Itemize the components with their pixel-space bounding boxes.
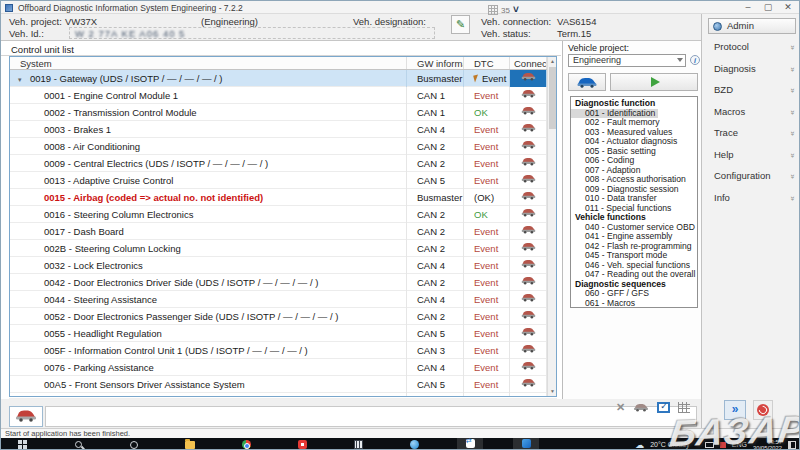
start-diagnosis-button[interactable] bbox=[610, 73, 698, 91]
double-chevron-icon[interactable]: » bbox=[785, 45, 798, 49]
connection-cell[interactable] bbox=[510, 104, 547, 121]
file-explorer-button[interactable] bbox=[177, 438, 203, 450]
column-header-gw-information[interactable]: GW information bbox=[407, 57, 464, 69]
connection-cell[interactable] bbox=[510, 223, 547, 240]
control-unit-list-tab[interactable]: Control unit list bbox=[11, 44, 74, 55]
odis-taskbar-button[interactable] bbox=[513, 438, 539, 450]
overlay-toolbar[interactable]: 35 ˅ bbox=[488, 3, 519, 17]
table-row[interactable]: 0055 - Headlight Regulation CAN 5 Event bbox=[10, 325, 556, 342]
vehicle-tab[interactable] bbox=[9, 406, 43, 427]
clock[interactable]: 13:57 30/05/2022 bbox=[753, 439, 782, 450]
maximize-button[interactable]: ▢ bbox=[759, 1, 777, 13]
bars-app-button[interactable] bbox=[345, 438, 371, 450]
table-row[interactable]: 0076 - Parking Assistance CAN 4 Event bbox=[10, 359, 556, 376]
garage-button[interactable] bbox=[568, 73, 606, 91]
table-row[interactable]: 002B - Steering Column Locking CAN 2 Eve… bbox=[10, 240, 556, 257]
table-row[interactable]: 0008 - Air Conditioning CAN 2 Event bbox=[10, 138, 556, 155]
connection-cell[interactable] bbox=[510, 70, 547, 87]
connection-cell[interactable] bbox=[510, 172, 547, 189]
double-chevron-icon[interactable]: » bbox=[785, 131, 798, 135]
weather-text[interactable]: 20°C Cloudy bbox=[650, 441, 689, 448]
red-app-button[interactable] bbox=[289, 438, 315, 450]
search-button[interactable] bbox=[65, 438, 91, 450]
double-chevron-icon[interactable]: » bbox=[785, 88, 798, 92]
start-button[interactable] bbox=[9, 438, 35, 450]
table-row[interactable]: 0003 - Brakes 1 CAN 4 Event bbox=[10, 121, 556, 138]
column-header-dtc[interactable]: DTC bbox=[464, 57, 510, 69]
double-chevron-icon[interactable]: » bbox=[785, 67, 798, 71]
sidebar-item[interactable]: Info » bbox=[708, 191, 796, 204]
table-row[interactable]: 00A5 - Front Sensors Driver Assistance S… bbox=[10, 376, 556, 393]
tray-expand-icon[interactable]: ^ bbox=[696, 441, 699, 448]
double-chevron-icon[interactable]: » bbox=[785, 153, 798, 157]
blue-swirl-app-button[interactable] bbox=[401, 438, 427, 450]
double-chevron-icon[interactable]: » bbox=[785, 196, 798, 200]
network-icon[interactable] bbox=[705, 442, 714, 448]
connection-cell[interactable] bbox=[510, 138, 547, 155]
connection-cell[interactable] bbox=[510, 359, 547, 376]
abort-button[interactable] bbox=[753, 400, 773, 420]
cortana-button[interactable] bbox=[121, 438, 147, 450]
sidebar-item[interactable]: Configuration » bbox=[708, 169, 796, 182]
double-chevron-icon[interactable]: » bbox=[785, 110, 798, 114]
connection-cell[interactable] bbox=[510, 325, 547, 342]
table-row[interactable]: ▾0019 - Gateway (UDS / ISOTP / — / — / —… bbox=[10, 70, 556, 87]
forward-button[interactable]: » bbox=[724, 400, 746, 420]
table-row[interactable]: 0044 - Steering Assistance CAN 4 Event bbox=[10, 291, 556, 308]
action-center-icon[interactable] bbox=[788, 441, 796, 449]
table-row[interactable]: 0042 - Door Electronics Driver Side (UDS… bbox=[10, 274, 556, 291]
connection-cell[interactable] bbox=[510, 155, 547, 172]
gray-car-icon[interactable] bbox=[633, 402, 649, 412]
close-button[interactable]: ✕ bbox=[779, 1, 797, 13]
vertical-scrollbar[interactable]: ▲ ▼ bbox=[547, 57, 556, 396]
sidebar-item[interactable]: BZD » bbox=[708, 83, 796, 96]
scroll-down-icon[interactable]: ▼ bbox=[548, 387, 557, 396]
close-x-icon[interactable]: ✕ bbox=[616, 400, 625, 414]
project-select[interactable]: Engineering bbox=[568, 54, 686, 67]
connection-cell[interactable] bbox=[510, 240, 547, 257]
volume-icon[interactable] bbox=[720, 442, 726, 448]
connection-cell[interactable] bbox=[510, 257, 547, 274]
table-row[interactable]: 0017 - Dash Board CAN 2 Event bbox=[10, 223, 556, 240]
expand-arrow-icon[interactable]: ▾ bbox=[18, 71, 30, 87]
table-row[interactable]: 0013 - Adaptive Cruise Control CAN 5 Eve… bbox=[10, 172, 556, 189]
connection-cell[interactable] bbox=[510, 274, 547, 291]
sidebar-item[interactable]: Macros » bbox=[708, 105, 796, 118]
connection-cell[interactable] bbox=[510, 87, 547, 104]
table-row[interactable]: 0052 - Door Electronics Passenger Side (… bbox=[10, 308, 556, 325]
table-row[interactable]: 0032 - Lock Electronics CAN 4 Event bbox=[10, 257, 556, 274]
table-row[interactable]: 00D6 - Induction For Standby Power Recei… bbox=[10, 393, 556, 397]
info-icon[interactable]: i bbox=[690, 55, 700, 65]
column-header-system[interactable]: System bbox=[10, 57, 407, 69]
chrome-button[interactable] bbox=[233, 438, 259, 450]
connection-cell[interactable] bbox=[510, 121, 547, 138]
sidebar-item[interactable]: Help » bbox=[708, 148, 796, 161]
connection-cell[interactable] bbox=[510, 393, 547, 398]
connection-cell[interactable] bbox=[510, 308, 547, 325]
minimize-button[interactable]: – bbox=[739, 1, 757, 13]
function-list-item[interactable]: 061 - Macros bbox=[571, 299, 697, 309]
admin-button[interactable]: Admin bbox=[708, 18, 796, 34]
scrollbar-thumb[interactable] bbox=[549, 67, 556, 129]
edit-connection-button[interactable]: ✎ bbox=[451, 15, 470, 34]
language-indicator[interactable]: ENG bbox=[732, 441, 747, 448]
table-row[interactable]: 0015 - Airbag (coded => actual no. not i… bbox=[10, 189, 556, 206]
weather-icon[interactable]: ☁ bbox=[635, 440, 644, 450]
table-row[interactable]: 005F - Information Control Unit 1 (UDS /… bbox=[10, 342, 556, 359]
connection-cell[interactable] bbox=[510, 206, 547, 223]
connection-cell[interactable] bbox=[510, 291, 547, 308]
sidebar-item[interactable]: Protocol » bbox=[708, 40, 796, 53]
sidebar-item[interactable]: Diagnosis » bbox=[708, 62, 796, 75]
scroll-up-icon[interactable]: ▲ bbox=[548, 57, 557, 66]
table-row[interactable]: 0002 - Transmission Control Module CAN 1… bbox=[10, 104, 556, 121]
column-header-connection[interactable]: Connection bbox=[510, 57, 547, 69]
connection-cell[interactable] bbox=[510, 342, 547, 359]
connection-cell[interactable] bbox=[510, 189, 547, 206]
table-row[interactable]: 0016 - Steering Column Electronics CAN 2… bbox=[10, 206, 556, 223]
teamviewer-button[interactable] bbox=[457, 438, 483, 450]
double-chevron-icon[interactable]: » bbox=[785, 174, 798, 178]
table-grid-icon[interactable] bbox=[678, 402, 690, 413]
connection-cell[interactable] bbox=[510, 376, 547, 393]
table-row[interactable]: 0001 - Engine Control Module 1 CAN 1 Eve… bbox=[10, 87, 556, 104]
chevron-down-icon[interactable]: ˅ bbox=[513, 6, 519, 14]
